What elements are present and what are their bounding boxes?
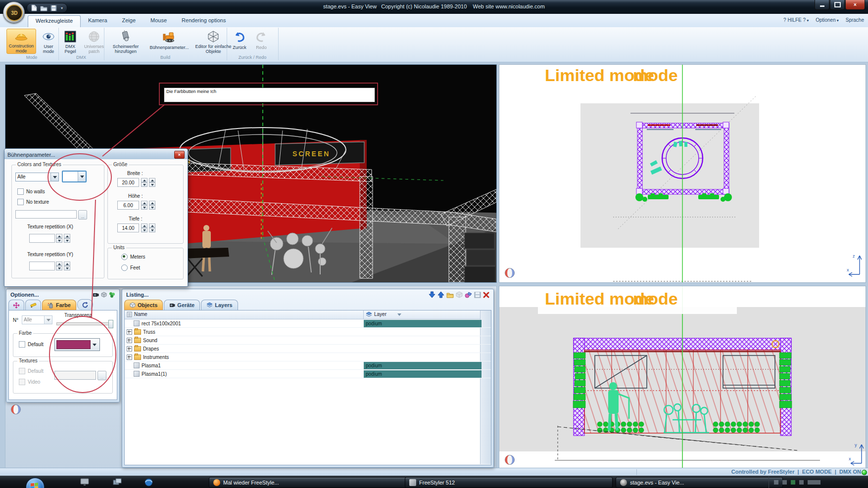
tab-layers[interactable]: Layers: [201, 300, 238, 310]
save-box-icon[interactable]: [474, 292, 481, 298]
breite-spinner-2[interactable]: [149, 178, 155, 187]
delete-x-icon[interactable]: [483, 292, 489, 298]
expand-icon[interactable]: [127, 338, 132, 343]
save-icon[interactable]: [50, 5, 57, 11]
menu-sprache[interactable]: Sprache: [846, 17, 864, 23]
hoehe-spinner[interactable]: [141, 201, 147, 210]
menu-optionen[interactable]: Optionen▾: [816, 17, 839, 23]
tab-rendering-options[interactable]: Rendering options: [174, 15, 233, 27]
show-desktop-icon[interactable]: [80, 478, 89, 486]
universes-patch-button[interactable]: Universes patch: [82, 29, 106, 54]
close-button[interactable]: ×: [845, 0, 865, 10]
expand-icon[interactable]: [127, 329, 132, 335]
redo-button[interactable]: Redo: [252, 29, 271, 54]
top-view-pane[interactable]: Limited modemode: [499, 64, 866, 283]
farbe-color-picker[interactable]: [54, 338, 100, 351]
wall-color-picker[interactable]: [62, 171, 87, 182]
units-feet-radio[interactable]: Feet: [121, 265, 140, 271]
taskbar-button-easyview[interactable]: stage.evs - Easy Vie...: [616, 477, 783, 488]
system-tray[interactable]: [769, 476, 868, 488]
tab-mouse[interactable]: Mouse: [143, 15, 174, 27]
open-folder-icon[interactable]: [40, 5, 48, 11]
dialog-close-button[interactable]: ×: [174, 151, 185, 159]
hoehe-field[interactable]: 6.00: [117, 201, 139, 210]
expand-icon[interactable]: [127, 346, 132, 352]
texture-rep-y-field[interactable]: [29, 262, 55, 270]
breite-spinner[interactable]: [141, 178, 147, 187]
texture-rep-x-field[interactable]: [29, 234, 55, 243]
table-row[interactable]: Instruments: [125, 353, 491, 361]
farbe-default-checkbox[interactable]: Default: [19, 341, 44, 348]
tab-zeige[interactable]: Zeige: [115, 15, 144, 27]
add-fixture-button[interactable]: Scheinwerfer hinzufügen: [105, 29, 146, 54]
tab-werkzeugleiste[interactable]: Werkzeugleiste: [28, 15, 81, 28]
units-meters-radio[interactable]: Meters: [121, 254, 145, 260]
texture-rep-y-spinner[interactable]: [56, 262, 62, 270]
projector-icon[interactable]: [93, 292, 99, 298]
maximize-button[interactable]: [830, 0, 845, 10]
table-row[interactable]: Truss: [125, 328, 491, 336]
user-mode-button[interactable]: User mode: [37, 29, 60, 54]
tiefe-spinner-2[interactable]: [149, 223, 155, 232]
layer-cell[interactable]: podium: [364, 320, 482, 327]
view-rotate-sphere-icon[interactable]: [504, 454, 515, 465]
table-row[interactable]: Drapes: [125, 345, 491, 353]
tab-position[interactable]: [8, 300, 24, 310]
quick-access-more-icon[interactable]: ▾: [61, 6, 63, 10]
texture-rep-x-spinner[interactable]: [56, 234, 62, 243]
tiefe-field[interactable]: 14.00: [117, 223, 139, 232]
front-view-pane[interactable]: Limited modemode: [499, 286, 866, 469]
n-select[interactable]: Alle: [22, 315, 52, 324]
dmx-pegel-button[interactable]: DMX Pegel: [60, 29, 81, 54]
move-down-icon[interactable]: [429, 291, 435, 298]
textures-video-checkbox[interactable]: Video: [19, 379, 40, 385]
minimize-button[interactable]: [815, 0, 829, 10]
start-button[interactable]: [26, 478, 45, 488]
tiefe-spinner[interactable]: [141, 223, 147, 232]
windows-switcher-icon[interactable]: [113, 478, 122, 486]
hoehe-spinner-2[interactable]: [149, 201, 155, 210]
no-walls-checkbox[interactable]: No walls: [17, 188, 45, 195]
construction-mode-button[interactable]: Construction mode: [6, 29, 36, 54]
view-rotate-sphere-icon[interactable]: [10, 404, 21, 415]
tab-kamera[interactable]: Kamera: [81, 15, 115, 27]
texture-path-field[interactable]: [15, 210, 77, 219]
new-document-icon[interactable]: [31, 4, 37, 11]
texture-browse-button[interactable]: ...: [78, 210, 87, 220]
color-target-select[interactable]: Alle: [15, 173, 59, 181]
open-folder-icon[interactable]: [446, 292, 454, 298]
undo-button[interactable]: Zurück: [228, 29, 251, 54]
menu-hilfe[interactable]: ? HILFE ?▾: [783, 17, 809, 23]
tab-objects[interactable]: Objects: [124, 300, 163, 310]
tab-geraete[interactable]: Geräte: [164, 300, 200, 310]
tab-size[interactable]: [25, 300, 41, 310]
texture-file-browse-button[interactable]: ...: [97, 371, 106, 380]
view-rotate-sphere-icon[interactable]: [504, 267, 515, 278]
column-header-name[interactable]: Name: [125, 311, 363, 319]
texture-rep-x-spinner-2[interactable]: [64, 234, 70, 243]
column-header-layer[interactable]: Layer: [363, 311, 481, 319]
texture-rep-y-spinner-2[interactable]: [64, 262, 70, 270]
textures-default-checkbox[interactable]: Default: [19, 368, 44, 374]
app-menu-button[interactable]: 3D: [3, 1, 25, 23]
cube-icon[interactable]: [101, 292, 107, 298]
layer-cell[interactable]: podium: [364, 362, 482, 369]
no-texture-checkbox[interactable]: No texture: [17, 199, 49, 205]
tab-rotate[interactable]: [77, 299, 93, 310]
taskbar-button-freestyler[interactable]: FreeStyler 512: [405, 477, 613, 488]
transparenz-slider[interactable]: [56, 322, 113, 325]
stage-parameters-button[interactable]: Bühnenparameter...: [147, 29, 192, 54]
table-row[interactable]: Sound: [125, 336, 491, 345]
filter-icon[interactable]: [397, 313, 401, 316]
duplicate-icon[interactable]: [465, 292, 472, 298]
breite-field[interactable]: 20.00: [117, 178, 139, 187]
move-up-icon[interactable]: [437, 291, 444, 298]
slider-thumb[interactable]: [108, 320, 113, 328]
group-box-icon[interactable]: [456, 291, 463, 298]
expand-icon[interactable]: [127, 355, 132, 360]
taskbar-button-freestyle-doc[interactable]: Mal wieder FreeStyle...: [209, 477, 408, 488]
shapes-icon[interactable]: [109, 292, 115, 298]
browser-icon[interactable]: [145, 478, 153, 487]
layer-cell[interactable]: podium: [364, 370, 482, 378]
dialog-titlebar[interactable]: Bühnenparameter... ×: [4, 149, 188, 159]
